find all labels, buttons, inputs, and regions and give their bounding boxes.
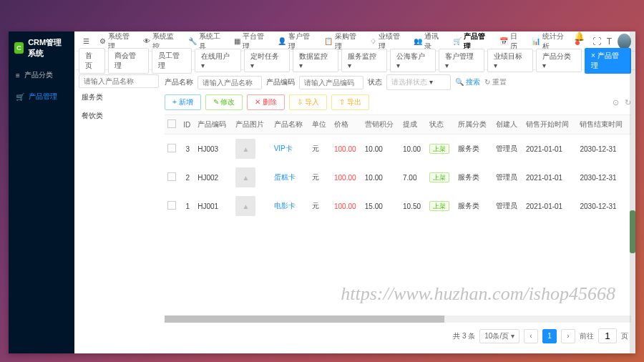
status-badge: 上架 [429,172,449,182]
tab-target[interactable]: 业绩目标 ▾ [487,49,533,72]
cell-price: 100.00 [331,134,362,164]
cell-price: 100.00 [331,192,362,220]
image-placeholder-icon: ▲ [235,167,255,187]
cell-name: 蛋糕卡 [271,163,309,192]
import-button[interactable]: ⇩ 导入 [289,94,327,110]
tab-cron[interactable]: 定时任务 ▾ [244,49,290,72]
fullscreen-icon[interactable]: ⛶ [592,36,601,47]
product-table: ID 产品编码 产品图片 产品名称 单位 价格 营销积分 提成 状态 所属分类 [165,114,631,220]
pager-page-suffix: 页 [621,331,628,341]
category-item[interactable]: 餐饮类 [79,107,159,125]
sidebar-item-product[interactable]: 🛒 产品管理 [9,86,74,107]
cell-creator: 管理员 [493,192,523,220]
cell-unit: 元 [309,134,331,164]
col-start: 销售开始时间 [523,115,577,134]
table-row[interactable]: 1 HJ001 ▲ 电影卡 元 100.00 15.00 10.50 上架 服务… [165,192,631,220]
cell-id: 2 [180,163,195,192]
cell-start: 2021-01-01 [523,192,577,220]
product-link[interactable]: 蛋糕卡 [274,173,296,181]
table-row[interactable]: 2 HJ002 ▲ 蛋糕卡 元 100.00 10.00 7.00 上架 服务类… [165,163,631,192]
pager-page-1[interactable]: 1 [542,329,557,343]
table-header-row: ID 产品编码 产品图片 产品名称 单位 价格 营销积分 提成 状态 所属分类 [165,115,631,134]
cell-category: 服务类 [455,163,493,192]
pagination: 共 3 条 10条/页 ▾ ‹ 1 › 前往 页 [165,323,631,349]
cell-category: 服务类 [455,134,493,164]
cell-end: 2030-12-31 [577,134,631,164]
delete-button[interactable]: ✕ 删除 [247,94,285,110]
cell-creator: 管理员 [493,163,523,192]
col-name: 产品名称 [271,115,309,134]
filter-code-input[interactable] [299,76,364,89]
list-icon: ≡ [16,72,20,79]
col-code: 产品编码 [195,115,233,134]
tab-datamon[interactable]: 数据监控 ▾ [293,49,338,72]
pager-size-select[interactable]: 10条/页 ▾ [479,329,519,343]
cell-category: 服务类 [455,192,493,220]
main-area: ☰ ⚙ 系统管理 👁 系统监控 🔧 系统工具 ▦ 平台管理 👤 客户管理 📋 采… [74,31,635,353]
cell-points: 15.00 [362,192,400,220]
cell-commission: 10.50 [400,192,426,220]
cell-id: 3 [180,134,195,164]
category-item[interactable]: 服务类 [79,88,159,107]
tab-online[interactable]: 在线用户 ▾ [195,49,240,72]
pager-total: 共 3 条 [453,331,475,341]
horizontal-scrollbar[interactable] [165,315,631,323]
col-id: ID [180,115,195,134]
col-end: 销售结束时间 [577,115,631,134]
tab-pool[interactable]: 公海客户 ▾ [390,49,436,72]
font-size-icon[interactable]: T [607,36,612,47]
product-link[interactable]: VIP卡 [274,145,293,152]
filter-status-label: 状态 [368,77,382,87]
filter-name-input[interactable] [197,76,262,89]
cart-icon: 🛒 [16,93,24,101]
brand-title: CRM管理系统 [28,37,69,59]
checkbox-all[interactable] [167,119,176,128]
cell-code: HJ001 [195,192,233,220]
add-button[interactable]: + 新增 [165,94,201,110]
filter-status-select[interactable]: 请选择状态 ▾ [386,74,451,90]
sidebar-item-category[interactable]: ≡ 产品分类 [9,64,74,86]
cell-code: HJ002 [195,163,233,192]
category-search-input[interactable] [79,74,159,88]
menu-fold-icon[interactable]: ☰ [79,34,94,48]
table-row[interactable]: 3 HJ003 ▲ VIP卡 元 100.00 10.00 10.00 上架 服… [165,134,631,164]
brand-logo: C CRM管理系统 [9,31,74,64]
reset-button[interactable]: ↻ 重置 [484,77,507,87]
toolbar: + 新增 ✎ 修改 ✕ 删除 ⇩ 导入 ⇧ 导出 ⊙ ↻ [165,94,631,110]
tab-cust[interactable]: 客户管理 ▾ [439,49,484,72]
row-checkbox[interactable] [167,172,176,181]
search-toggle-icon[interactable]: ⊙ [613,98,619,107]
export-button[interactable]: ⇧ 导出 [331,94,369,110]
image-placeholder-icon: ▲ [235,139,255,159]
filter-code-label: 产品编码 [266,77,295,87]
browser-scrollbar[interactable] [630,31,635,353]
tab-category[interactable]: 产品分类 ▾ [536,49,582,72]
product-link[interactable]: 电影卡 [274,202,296,210]
status-badge: 上架 [429,144,449,154]
col-commission: 提成 [400,115,426,134]
col-price: 价格 [331,115,362,134]
col-creator: 创建人 [493,115,523,134]
sidebar: C CRM管理系统 ≡ 产品分类 🛒 产品管理 [9,31,74,353]
pager-next[interactable]: › [561,329,575,343]
cell-name: 电影卡 [271,192,309,220]
col-points: 营销积分 [362,115,400,134]
pager-goto-input[interactable] [598,328,617,343]
category-panel: 服务类 餐饮类 [79,74,159,349]
row-checkbox[interactable] [167,201,176,210]
status-badge: 上架 [429,201,449,211]
search-button[interactable]: 🔍 搜索 [455,77,480,87]
pager-prev[interactable]: ‹ [524,329,538,343]
cell-start: 2021-01-01 [523,163,577,192]
pager-goto-label: 前往 [580,331,594,341]
cell-commission: 7.00 [400,163,426,192]
col-category: 所属分类 [455,115,493,134]
col-image: 产品图片 [233,115,270,134]
row-checkbox[interactable] [167,144,176,152]
cell-creator: 管理员 [493,134,523,164]
cell-end: 2030-12-31 [577,192,631,220]
tab-svcmon[interactable]: 服务监控 ▾ [341,49,387,72]
cell-code: HJ003 [195,134,233,164]
edit-button[interactable]: ✎ 修改 [205,94,243,110]
cell-start: 2021-01-01 [523,134,577,164]
